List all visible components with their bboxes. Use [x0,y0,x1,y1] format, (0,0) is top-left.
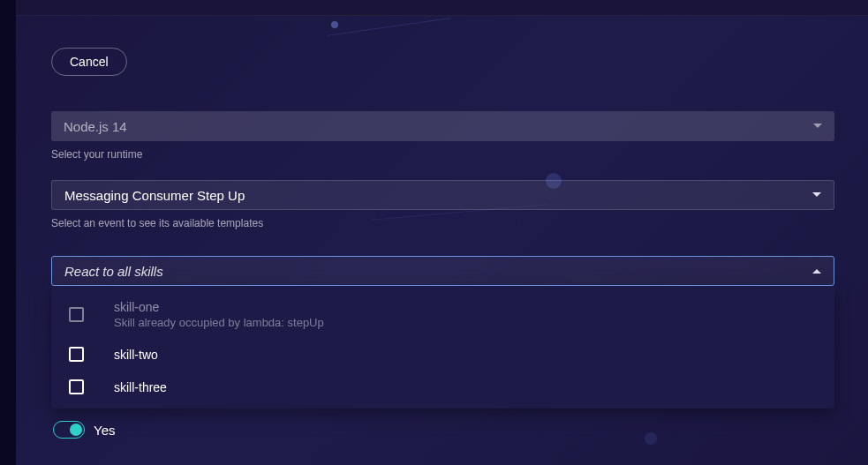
skills-select[interactable]: React to all skills [51,256,834,286]
event-select[interactable]: Messaging Consumer Step Up [51,180,834,210]
toggle-knob [70,424,82,436]
top-bar [0,0,868,16]
yes-toggle[interactable] [53,421,85,439]
checkbox-icon[interactable] [69,347,84,362]
option-sublabel: Skill already occupied by lambda: stepUp [114,316,324,329]
event-selected-value: Messaging Consumer Step Up [64,188,812,203]
runtime-select[interactable]: Node.js 14 [51,111,834,141]
chevron-down-icon [812,192,821,198]
skills-placeholder: React to all skills [64,264,812,279]
chevron-up-icon [812,268,821,274]
event-helper-text: Select an event to see its available tem… [51,217,834,229]
toggle-label: Yes [94,423,115,438]
checkbox-icon[interactable] [69,379,84,394]
runtime-helper-text: Select your runtime [51,148,834,161]
skills-dropdown-panel: skill-one Skill already occupied by lamb… [51,286,834,409]
skills-option-skill-two[interactable]: skill-two [51,338,834,371]
option-label: skill-one [114,300,324,314]
checkbox-icon [69,307,84,322]
option-label: skill-three [114,380,167,394]
skills-option-skill-one: skill-one Skill already occupied by lamb… [51,291,834,338]
chevron-down-icon [813,124,822,129]
option-label: skill-two [114,348,158,362]
cancel-button[interactable]: Cancel [51,48,127,76]
skills-option-skill-three[interactable]: skill-three [51,371,834,403]
runtime-selected-value: Node.js 14 [64,119,813,134]
